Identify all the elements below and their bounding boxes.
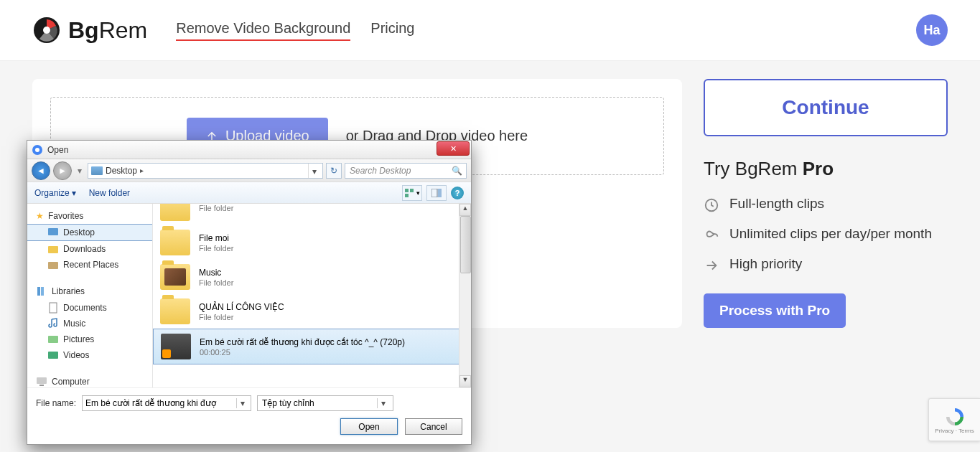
desktop-icon	[47, 227, 59, 238]
back-button[interactable]: ◄	[32, 161, 50, 180]
feature-full-length: Full-length clips	[704, 196, 948, 213]
svg-rect-19	[39, 385, 44, 386]
svg-rect-5	[405, 189, 409, 192]
feature-unlimited: Unlimited clips per day/per month	[704, 226, 948, 243]
svg-rect-13	[37, 287, 40, 296]
svg-rect-17	[48, 352, 58, 359]
scroll-up[interactable]: ▲	[459, 204, 471, 216]
search-icon: 🔍	[452, 166, 462, 176]
desktop-icon	[91, 166, 103, 175]
file-row[interactable]: MusicFile folder	[153, 260, 471, 294]
help-button[interactable]: ?	[451, 187, 464, 199]
recent-icon	[47, 259, 59, 270]
cancel-button[interactable]: Cancel	[405, 418, 462, 435]
folder-icon	[160, 204, 190, 221]
continue-button[interactable]: Continue	[704, 79, 948, 136]
dialog-body: ★Favorites Desktop Downloads Recent Plac…	[27, 204, 471, 387]
dialog-toolbar: Organize ▾ New folder ▾ ?	[27, 182, 471, 204]
sidebar-pictures[interactable]: Pictures	[27, 331, 152, 347]
filter-dropdown[interactable]: Tệp tùy chỉnh ▾	[257, 395, 393, 411]
videos-icon	[47, 349, 59, 361]
folder-icon	[160, 264, 190, 290]
clock-icon	[704, 197, 719, 213]
svg-point-4	[35, 148, 39, 152]
dialog-bottom: File name: Em bé cười rất dễ thương khi …	[27, 387, 471, 442]
svg-rect-14	[41, 287, 44, 296]
refresh-button[interactable]: ↻	[326, 163, 342, 179]
forward-button[interactable]: ►	[53, 161, 72, 180]
svg-rect-6	[410, 189, 414, 192]
nav-remove-bg[interactable]: Remove Video Background	[176, 20, 350, 41]
svg-rect-16	[48, 336, 58, 343]
infinity-icon	[704, 227, 719, 243]
recaptcha-badge[interactable]: Privacy · Terms	[928, 398, 980, 441]
view-icon	[405, 189, 415, 197]
logo-icon	[32, 16, 61, 44]
sidebar-libraries[interactable]: Libraries	[27, 283, 152, 300]
music-icon	[47, 318, 59, 329]
recaptcha-icon	[944, 406, 966, 428]
computer-icon	[36, 376, 47, 387]
view-button[interactable]: ▾	[402, 185, 422, 201]
sidebar: ★Favorites Desktop Downloads Recent Plac…	[27, 204, 153, 387]
sidebar-music[interactable]: Music	[27, 316, 152, 331]
sidebar-favorites[interactable]: ★Favorites	[27, 208, 152, 224]
filename-label: File name:	[36, 398, 76, 408]
filter-dd[interactable]: ▾	[377, 398, 388, 408]
svg-rect-18	[37, 377, 47, 384]
nav-pricing[interactable]: Pricing	[370, 20, 414, 41]
sidebar-recent[interactable]: Recent Places	[27, 257, 152, 273]
try-pro-title: Try BgRem Pro	[704, 158, 948, 180]
scrollbar[interactable]: ▲ ▼	[459, 204, 471, 387]
svg-rect-8	[431, 189, 437, 197]
folder-icon	[160, 298, 190, 324]
pictures-icon	[47, 334, 59, 345]
file-row[interactable]: File moiFile folder	[153, 225, 471, 260]
sidebar-documents[interactable]: Documents	[27, 300, 152, 316]
svg-rect-9	[438, 189, 442, 197]
libraries-icon	[36, 286, 47, 297]
file-row-selected[interactable]: Em bé cười rất dễ thương khi được cắt tó…	[153, 329, 471, 364]
doc-icon	[47, 302, 59, 314]
history-dropdown[interactable]: ▾	[75, 164, 85, 178]
dialog-title: Open	[47, 145, 68, 155]
svg-rect-12	[48, 262, 58, 269]
sidebar-downloads[interactable]: Downloads	[27, 241, 152, 257]
close-button[interactable]: ✕	[437, 141, 470, 156]
preview-pane-button[interactable]	[426, 185, 447, 201]
priority-icon	[704, 258, 719, 273]
process-pro-button[interactable]: Process with Pro	[704, 293, 846, 328]
sidebar-computer[interactable]: Computer	[27, 373, 152, 387]
search-input[interactable]: Search Desktop 🔍	[345, 163, 467, 179]
right-panel: Continue Try BgRem Pro Full-length clips…	[704, 79, 948, 328]
avatar[interactable]: Ha	[916, 14, 948, 46]
nav: Remove Video Background Pricing	[176, 20, 414, 41]
new-folder-button[interactable]: New folder	[89, 188, 130, 198]
organize-menu[interactable]: Organize ▾	[34, 188, 76, 198]
file-row[interactable]: QUẢN LÍ CÔNG VIỆCFile folder	[153, 294, 471, 329]
file-dialog: Open ✕ ◄ ► ▾ Desktop ▸ ▾ ↻ Search Deskto…	[27, 140, 472, 445]
dialog-nav: ◄ ► ▾ Desktop ▸ ▾ ↻ Search Desktop 🔍	[27, 159, 471, 182]
sidebar-desktop[interactable]: Desktop	[27, 224, 152, 241]
open-button[interactable]: Open	[340, 418, 398, 435]
svg-rect-7	[405, 194, 409, 197]
path-dropdown[interactable]: ▾	[308, 164, 319, 178]
svg-rect-10	[48, 228, 58, 235]
scroll-thumb[interactable]	[460, 216, 471, 273]
filename-input[interactable]: Em bé cười rất dễ thương khi đượ ▾	[82, 395, 251, 411]
file-row[interactable]: File folder	[153, 204, 471, 225]
feature-priority: High priority	[704, 256, 948, 273]
filename-dropdown[interactable]: ▾	[236, 398, 248, 408]
scroll-down[interactable]: ▼	[459, 375, 471, 387]
dialog-title-bar[interactable]: Open ✕	[27, 141, 471, 159]
logo[interactable]: BgRem	[32, 16, 147, 44]
video-icon	[161, 334, 191, 359]
path-bar[interactable]: Desktop ▸ ▾	[88, 163, 323, 179]
svg-point-1	[43, 27, 50, 34]
file-list: File folder File moiFile folder MusicFil…	[153, 204, 471, 387]
header: BgRem Remove Video Background Pricing Ha	[0, 0, 980, 61]
sidebar-videos[interactable]: Videos	[27, 347, 152, 363]
svg-rect-11	[48, 246, 58, 253]
folder-icon	[47, 243, 59, 255]
logo-text: BgRem	[68, 17, 147, 44]
